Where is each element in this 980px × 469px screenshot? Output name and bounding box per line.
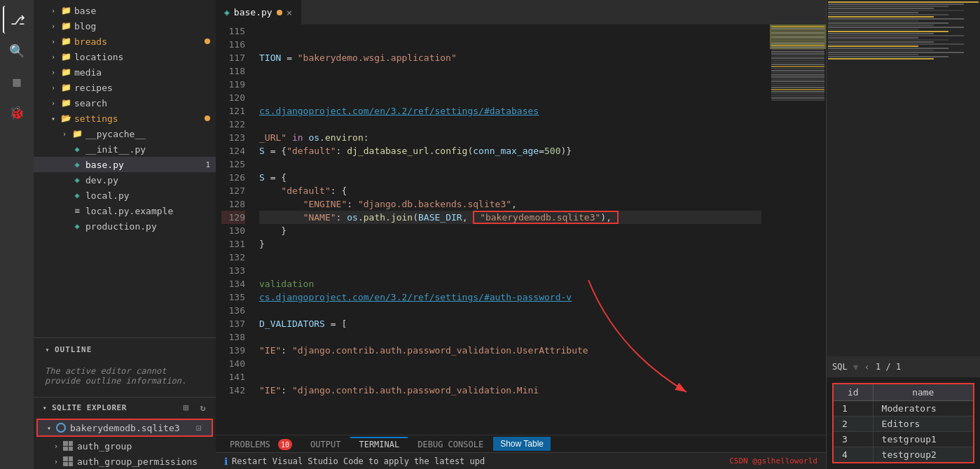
py-tab-icon: ◈ [224, 7, 230, 18]
tree-item-blog[interactable]: 📁 blog [34, 18, 216, 34]
py-file-icon: ◈ [71, 144, 83, 155]
table-expand-icon [50, 440, 62, 451]
folder-icon: 📁 [60, 51, 71, 62]
code-line: } [259, 237, 761, 251]
editor-area: ◈ base.py × 115116117118119 120121122123… [216, 0, 826, 469]
show-table-button[interactable]: Show Table [493, 437, 551, 451]
tree-item-breads[interactable]: 📁 breads [34, 34, 216, 49]
tree-item-locations[interactable]: 📁 locations [34, 49, 216, 64]
code-line [259, 118, 761, 131]
tree-item-basepy[interactable]: ◈ base.py 1 [34, 157, 216, 172]
folder-icon: 📁 [60, 20, 71, 31]
col-name: name [873, 384, 974, 401]
tree-item-base[interactable]: 📁 base [34, 3, 216, 18]
db-icon [56, 423, 66, 433]
right-panel: SQL ▼ ‹ 1 / 1 id name 1 Moderators [826, 0, 980, 469]
sql-result-wrapper: id name 1 Moderators 2 Editors 3 [827, 377, 980, 469]
code-line: "NAME": os.path.join(BASE_DIR, "bakeryde… [259, 211, 761, 224]
tree-arrow [48, 82, 59, 93]
db-expand-icon [43, 422, 55, 433]
code-line: "default": { [259, 184, 761, 197]
tab-terminal[interactable]: TERMINAL [350, 437, 408, 451]
sqlite-db-item[interactable]: bakerydemodb.sqlite3 ⊡ [38, 420, 212, 435]
tree-arrow [48, 51, 59, 62]
tree-item-settings[interactable]: 📂 settings [34, 111, 216, 126]
sqlite-explorer-section: SQLITE EXPLORER ⊞ ↻ bakerydemodb.sqlite3… [34, 397, 216, 469]
code-line: _URL" in os.environ: [259, 131, 761, 144]
extensions-icon[interactable]: ▦ [3, 67, 31, 95]
outline-header: OUTLINE [34, 341, 216, 358]
search-icon[interactable]: 🔍 [3, 36, 31, 64]
code-line: "IE": "django.contrib.auth.password_vali… [259, 384, 761, 397]
table-expand-icon [50, 456, 62, 467]
panel-tabs: PROBLEMS 10 OUTPUT TERMINAL DEBUG CONSOL… [216, 436, 826, 451]
code-line [259, 370, 761, 384]
outline-section: OUTLINE The active editor cannot provide… [34, 337, 216, 397]
sqlite-db-highlight: bakerydemodb.sqlite3 ⊡ [36, 419, 213, 437]
editor-content: 115116117118119 120121122123124 12512612… [216, 24, 826, 435]
notification-text: Restart Visual Studio Code to apply the … [232, 456, 485, 466]
sqlite-explorer-header: SQLITE EXPLORER ⊞ ↻ [34, 398, 216, 417]
sqlite-new-db-icon[interactable]: ⊞ [179, 400, 193, 414]
table-icon [63, 456, 73, 466]
explorer-icon[interactable]: ⎇ [3, 6, 31, 34]
code-line [259, 357, 761, 370]
sqlite-connect-icon[interactable]: ⊡ [192, 421, 206, 435]
code-line: cs.djangoproject.com/en/3.2/ref/settings… [259, 290, 761, 304]
code-line [259, 38, 761, 51]
tab-close-btn[interactable]: × [287, 7, 292, 18]
tab-problems[interactable]: PROBLEMS 10 [221, 436, 301, 451]
table-row: 4 testgroup2 [833, 447, 974, 463]
problems-badge: 10 [278, 439, 292, 450]
info-icon: ℹ [224, 456, 228, 467]
tree-item-media[interactable]: 📁 media [34, 64, 216, 80]
file-explorer: 📁 base 📁 blog 📁 breads 📁 [34, 0, 216, 337]
tree-item-localpy[interactable]: ◈ local.py [34, 188, 216, 203]
code-line: S = {"default": dj_database_url.config(c… [259, 144, 761, 158]
code-line [259, 264, 761, 277]
code-line: validation [259, 277, 761, 290]
folder-icon: 📁 [60, 5, 71, 16]
tree-item-pycache[interactable]: 📁 __pycache__ [34, 126, 216, 141]
sql-page: 1 / 1 [876, 362, 901, 372]
tab-debug-console[interactable]: DEBUG CONSOLE [409, 437, 492, 451]
change-count: 1 [205, 160, 210, 169]
code-line [259, 158, 761, 171]
tab-modified-dot [277, 10, 282, 15]
table-row: 1 Moderators [833, 401, 974, 416]
tree-item-init[interactable]: ◈ __init__.py [34, 141, 216, 157]
folder-icon: 📁 [60, 97, 71, 108]
tree-item-devpy[interactable]: ◈ dev.py [34, 172, 216, 188]
code-line [259, 24, 761, 38]
col-id: id [833, 384, 873, 401]
py-file-icon: ◈ [71, 220, 83, 232]
tree-arrow [48, 20, 59, 31]
code-line: } [259, 224, 761, 237]
tree-item-productionpy[interactable]: ◈ production.py [34, 218, 216, 234]
activity-bar: ⎇ 🔍 ▦ 🐞 [0, 0, 34, 469]
code-line [259, 330, 761, 344]
tree-item-recipes[interactable]: 📁 recipes [34, 80, 216, 95]
modified-badge [205, 115, 210, 121]
tree-arrow [48, 66, 59, 78]
sqlite-refresh-icon[interactable]: ↻ [196, 400, 210, 414]
code-line [259, 64, 761, 78]
sqlite-table-auth-group[interactable]: auth_group [34, 438, 216, 454]
debug-icon[interactable]: 🐞 [3, 98, 31, 126]
tab-output[interactable]: OUTPUT [302, 437, 349, 451]
tab-basepy[interactable]: ◈ base.py × [216, 0, 301, 24]
folder-icon: 📁 [60, 36, 71, 47]
code-line: "ENGINE": "django.db.backends.sqlite3", [259, 197, 761, 211]
outline-expand-icon [42, 344, 53, 355]
code-line: TION = "bakerydemo.wsgi.application" [259, 51, 761, 64]
tree-item-localexample[interactable]: ≡ local.py.example [34, 203, 216, 218]
sql-prev-btn[interactable]: ‹ [864, 361, 870, 372]
tree-arrow [48, 97, 59, 108]
sqlite-table-auth-group-permissions[interactable]: auth_group_permissions [34, 454, 216, 469]
code-editor[interactable]: TION = "bakerydemo.wsgi.application" cs.… [251, 24, 770, 435]
tree-item-search[interactable]: 📁 search [34, 95, 216, 111]
sql-result-table: id name 1 Moderators 2 Editors 3 [832, 383, 974, 463]
code-line [259, 78, 761, 91]
code-line [259, 251, 761, 264]
sql-label: SQL [832, 362, 848, 372]
